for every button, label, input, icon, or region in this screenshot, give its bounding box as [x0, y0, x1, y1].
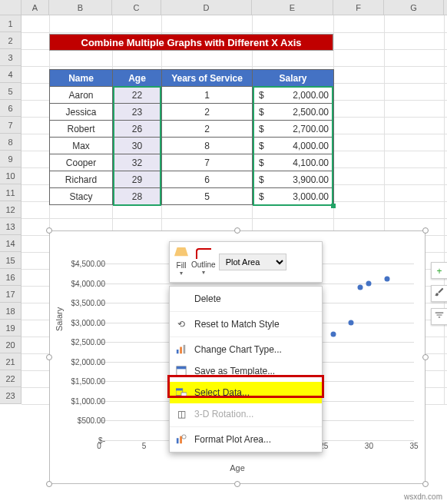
data-point[interactable] [330, 332, 336, 337]
menu-format-plot-area[interactable]: Format Plot Area... [170, 429, 322, 450]
row-header[interactable]: 23 [0, 387, 21, 404]
chart-element-selector[interactable]: Plot Area [219, 254, 286, 270]
cell-yos[interactable]: 2 [162, 121, 253, 138]
cell-name[interactable]: Jessica [50, 104, 113, 121]
menu-label: Change Chart Type... [194, 344, 282, 355]
row-header[interactable]: 18 [0, 303, 21, 320]
header-yos[interactable]: Years of Service [162, 70, 253, 87]
header-salary[interactable]: Salary [253, 70, 334, 87]
header-name[interactable]: Name [50, 70, 113, 87]
y-tick-label: $2,500.00 [71, 338, 106, 346]
menu-label: Format Plot Area... [194, 434, 271, 445]
cell-yos[interactable]: 5 [162, 188, 253, 205]
data-point[interactable] [384, 277, 389, 282]
chart-elements-button[interactable]: + [431, 262, 447, 279]
row-header[interactable]: 3 [0, 49, 21, 66]
outline-button[interactable]: Outline ▾ [191, 248, 216, 276]
col-header[interactable]: F [333, 0, 384, 15]
data-point[interactable] [357, 284, 363, 290]
cube-icon: ◫ [174, 407, 188, 421]
y-tick-label: $4,000.00 [71, 279, 106, 287]
menu-separator [170, 337, 322, 337]
col-header[interactable]: D [161, 0, 252, 15]
svg-rect-0 [177, 350, 179, 353]
row-header[interactable]: 10 [0, 167, 21, 184]
row-header[interactable]: 1 [0, 15, 21, 32]
x-tick-label: 30 [365, 442, 373, 450]
menu-reset[interactable]: ⟲ Reset to Match Style [170, 313, 322, 335]
row-header[interactable]: 4 [0, 66, 21, 83]
row-header[interactable]: 13 [0, 218, 21, 235]
chart-filter-button[interactable] [431, 308, 447, 325]
svg-rect-2 [184, 345, 186, 353]
cell-name[interactable]: Max [50, 138, 113, 154]
col-header[interactable]: C [112, 0, 161, 15]
x-axis-title[interactable]: Age [50, 463, 425, 472]
cell-name[interactable]: Aaron [50, 87, 113, 104]
row-header[interactable]: 16 [0, 269, 21, 286]
watermark: wsxdn.com [404, 492, 442, 501]
svg-rect-8 [177, 438, 179, 443]
row-header[interactable]: 9 [0, 151, 21, 167]
menu-label: Select Data... [194, 387, 250, 398]
menu-label: Delete [194, 293, 221, 304]
pen-icon [196, 248, 211, 259]
row-header[interactable]: 22 [0, 370, 21, 387]
row-header[interactable]: 12 [0, 201, 21, 218]
svg-point-10 [182, 435, 186, 439]
y-tick-label: $1,500.00 [71, 377, 106, 386]
menu-delete[interactable]: Delete [170, 288, 322, 310]
menu-3d-rotation: ◫ 3-D Rotation... [170, 403, 322, 425]
row-header[interactable]: 20 [0, 337, 21, 353]
y-axis-title[interactable]: Salary [55, 307, 64, 331]
cell-name[interactable]: Cooper [50, 154, 113, 171]
y-tick-label: $500.00 [78, 416, 105, 425]
svg-rect-1 [180, 347, 182, 354]
col-header[interactable]: A [22, 0, 49, 15]
menu-separator [170, 426, 322, 427]
cell-name[interactable]: Stacy [50, 188, 113, 205]
menu-label: Save as Template... [194, 366, 275, 376]
row-header[interactable]: 8 [0, 134, 21, 151]
row-header[interactable]: 2 [0, 32, 21, 49]
row-header[interactable]: 17 [0, 286, 21, 303]
data-point[interactable] [366, 280, 372, 286]
header-age[interactable]: Age [113, 70, 162, 87]
funnel-icon [434, 310, 445, 320]
cell-yos[interactable]: 2 [162, 104, 253, 121]
cell-name[interactable]: Robert [50, 121, 113, 138]
bar-chart-icon [174, 343, 188, 356]
menu-change-chart-type[interactable]: Change Chart Type... [170, 339, 322, 360]
mini-toolbar: Fill ▾ Outline ▾ Plot Area [169, 241, 323, 283]
cell-yos[interactable]: 6 [162, 171, 253, 188]
y-tick-label: $3,000.00 [71, 318, 106, 327]
column-header-row: ABCDEFG [0, 0, 447, 15]
row-header[interactable]: 11 [0, 184, 21, 201]
menu-select-data[interactable]: Select Data... [170, 382, 322, 403]
y-tick-label: $3,500.00 [71, 299, 106, 307]
row-header[interactable]: 15 [0, 252, 21, 269]
chart-styles-button[interactable] [431, 285, 447, 302]
cell-yos[interactable]: 8 [162, 138, 253, 154]
outline-label: Outline [191, 260, 216, 269]
row-header[interactable]: 7 [0, 117, 21, 134]
row-header[interactable]: 14 [0, 235, 21, 252]
selection-salary [253, 86, 333, 206]
cell-name[interactable]: Richard [50, 171, 113, 188]
fill-button[interactable]: Fill ▾ [174, 247, 188, 277]
cell-yos[interactable]: 1 [162, 87, 253, 104]
fill-label: Fill [177, 261, 187, 270]
cell-yos[interactable]: 7 [162, 154, 253, 171]
col-header[interactable]: E [252, 0, 333, 15]
row-header[interactable]: 5 [0, 83, 21, 100]
selection-handle[interactable] [331, 204, 336, 208]
row-header[interactable]: 6 [0, 100, 21, 117]
col-header[interactable]: B [49, 0, 112, 15]
select-all-corner[interactable] [0, 0, 22, 15]
row-header[interactable]: 21 [0, 353, 21, 370]
col-header[interactable]: G [384, 0, 444, 15]
row-header[interactable]: 19 [0, 320, 21, 337]
menu-save-template[interactable]: Save as Template... [170, 360, 322, 382]
data-point[interactable] [349, 320, 354, 325]
y-tick-label: $1,000.00 [71, 396, 106, 405]
